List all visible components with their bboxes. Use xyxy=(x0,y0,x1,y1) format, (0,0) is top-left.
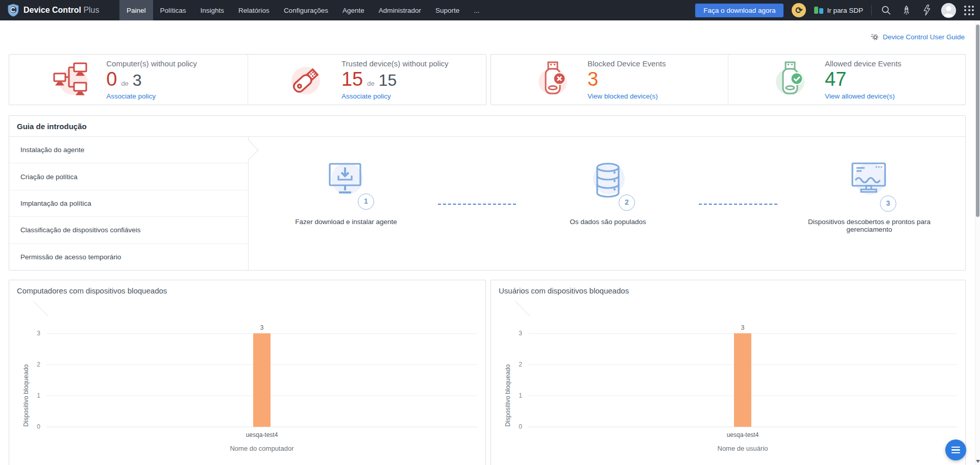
monitor-dashboard-icon xyxy=(848,161,891,199)
brand[interactable]: Device Control Plus xyxy=(0,4,119,17)
y-axis-title: Dispositivo bloqueado xyxy=(22,333,30,427)
stat-title: Computer(s) without policy xyxy=(106,59,206,68)
step-connector xyxy=(699,204,777,205)
bolt-icon[interactable] xyxy=(921,4,933,16)
tab-relatorios[interactable]: Relatórios xyxy=(231,0,277,20)
y-axis-title: Dispositivo bloqueado xyxy=(504,333,511,427)
tab-agente[interactable]: Agente xyxy=(335,0,372,20)
active-item-arrow xyxy=(238,140,259,160)
y-tick-label: 2 xyxy=(37,361,40,368)
stat-card-computers-without-policy: Computer(s) without policy 0 de 3 Associ… xyxy=(9,55,248,105)
computers-network-icon xyxy=(50,58,93,101)
chart-title: Computadores com dispositivos bloqueados xyxy=(9,280,485,301)
stat-value: 47 xyxy=(825,69,846,90)
top-navbar: Device Control Plus Painel Políticas Ins… xyxy=(0,0,980,20)
menu-item-label: Classificação de dispositivos confiáveis xyxy=(20,226,141,234)
stat-title: Allowed device Events xyxy=(825,59,925,68)
step-connector xyxy=(438,204,516,205)
refresh-icon[interactable]: ⟳ xyxy=(792,3,806,17)
stat-of: de xyxy=(121,80,128,87)
menu-item-trusted-device-classification[interactable]: Classificação de dispositivos confiáveis xyxy=(9,217,248,243)
main-nav-tabs: Painel Políticas Insights Relatórios Con… xyxy=(119,0,487,20)
tab-configuracoes[interactable]: Configurações xyxy=(277,0,335,20)
usb-blocked-icon xyxy=(531,58,574,101)
menu-item-label: Implantação da política xyxy=(20,200,91,207)
search-icon[interactable] xyxy=(880,4,892,16)
bar-value-label: 3 xyxy=(741,324,745,331)
menu-item-label: Instalação do agente xyxy=(20,146,84,154)
getting-started-panel: Guia de introdução Instalação do agente … xyxy=(9,115,966,271)
stat-numbers: 0 de 3 xyxy=(106,69,206,90)
dashboard-page: Device Control Plus Painel Políticas Ins… xyxy=(0,0,980,465)
tab-administrador[interactable]: Administrador xyxy=(372,0,428,20)
scrollbar-thumb[interactable] xyxy=(976,25,979,217)
tab-suporte[interactable]: Suporte xyxy=(428,0,467,20)
stat-value: 0 xyxy=(106,69,117,90)
step-label: Fazer download e instalar agente xyxy=(262,218,430,226)
gridline xyxy=(528,427,957,427)
stat-numbers: 47 xyxy=(825,69,925,90)
y-tick-label: 1 xyxy=(37,392,40,399)
getting-started-title: Guia de introdução xyxy=(9,116,965,137)
getting-started-menu: Instalação do agente Criação de política… xyxy=(9,137,249,270)
gridline xyxy=(46,427,477,427)
stat-card-trusted-devices-without-policy: Trusted device(s) without policy 15 de 1… xyxy=(248,55,486,105)
step-number-badge: 2 xyxy=(619,194,635,211)
view-blocked-devices-link[interactable]: View blocked device(s) xyxy=(587,92,688,100)
diagonal-artifact xyxy=(514,301,530,316)
y-tick-label: 3 xyxy=(519,330,522,337)
sdp-icon xyxy=(814,7,823,14)
menu-item-policy-creation[interactable]: Criação de política xyxy=(9,163,248,190)
tab-painel[interactable]: Painel xyxy=(119,0,153,20)
scrollbar-down-arrow[interactable] xyxy=(976,460,980,463)
monitor-download-icon xyxy=(325,161,368,199)
x-axis-title: Nome de usuário xyxy=(528,445,957,452)
stat-total: 3 xyxy=(133,71,142,89)
download-now-button[interactable]: Faça o download agora xyxy=(695,4,783,17)
associate-policy-link[interactable]: Associate policy xyxy=(341,92,449,100)
bar-chart-plot: 32103uesqa-test4 xyxy=(46,333,477,427)
stat-title: Trusted device(s) without policy xyxy=(341,59,449,68)
bar-uesqa-test4[interactable] xyxy=(253,333,271,427)
chart-panel-computers-blocked: Computadores com dispositivos bloqueados… xyxy=(9,280,486,465)
y-tick-label: 1 xyxy=(519,392,522,399)
go-to-sdp-link[interactable]: Ir para SDP xyxy=(814,7,863,14)
vertical-scrollbar xyxy=(975,20,980,465)
stat-value: 3 xyxy=(587,69,598,90)
stat-text: Trusted device(s) without policy 15 de 1… xyxy=(341,59,449,101)
menu-item-agent-installation[interactable]: Instalação do agente xyxy=(9,137,248,163)
stat-total: 15 xyxy=(379,71,397,89)
menu-item-label: Permissão de acesso temporário xyxy=(20,253,121,261)
bar-value-label: 3 xyxy=(260,324,264,331)
user-guide-link[interactable]: Device Control User Guide xyxy=(883,33,965,41)
stat-text: Blocked Device Events 3 View blocked dev… xyxy=(587,59,688,101)
floating-menu-button[interactable] xyxy=(945,439,966,460)
menu-item-policy-deployment[interactable]: Implantação da política xyxy=(9,190,248,217)
associate-policy-link[interactable]: Associate policy xyxy=(106,92,206,100)
y-tick-label: 3 xyxy=(37,330,40,337)
menu-item-label: Criação de política xyxy=(20,173,78,181)
bar-uesqa-test4[interactable] xyxy=(734,333,751,427)
stat-text: Computer(s) without policy 0 de 3 Associ… xyxy=(106,59,206,101)
user-avatar[interactable] xyxy=(941,3,956,18)
stat-numbers: 3 xyxy=(587,69,688,90)
guide-gear-icon xyxy=(870,33,879,41)
tab-insights[interactable]: Insights xyxy=(193,0,232,20)
step-3: 3 Dispositivos descobertos e prontos par… xyxy=(785,161,953,233)
x-tick-label: uesqa-test4 xyxy=(246,431,278,438)
step-number-badge: 1 xyxy=(358,193,374,210)
stats-box-events: Blocked Device Events 3 View blocked dev… xyxy=(491,54,966,105)
chart-panel-users-blocked: Usuários com dispositivos bloqueados Dis… xyxy=(491,280,966,465)
apps-grid-icon[interactable] xyxy=(964,6,974,15)
y-tick-label: 2 xyxy=(519,361,522,368)
usb-drive-tilted-icon xyxy=(285,58,328,101)
menu-item-temporary-access[interactable]: Permissão de acesso temporário xyxy=(9,244,248,270)
stats-box-policy: Computer(s) without policy 0 de 3 Associ… xyxy=(9,54,486,105)
step-2: 2 Os dados são populados xyxy=(524,161,692,226)
tab-more[interactable]: ... xyxy=(467,0,486,20)
view-allowed-devices-link[interactable]: View allowed device(s) xyxy=(825,92,925,100)
tab-politicas[interactable]: Políticas xyxy=(153,0,193,20)
stat-title: Blocked Device Events xyxy=(587,59,688,68)
rocket-icon[interactable] xyxy=(900,4,913,16)
stat-value: 15 xyxy=(341,69,363,90)
